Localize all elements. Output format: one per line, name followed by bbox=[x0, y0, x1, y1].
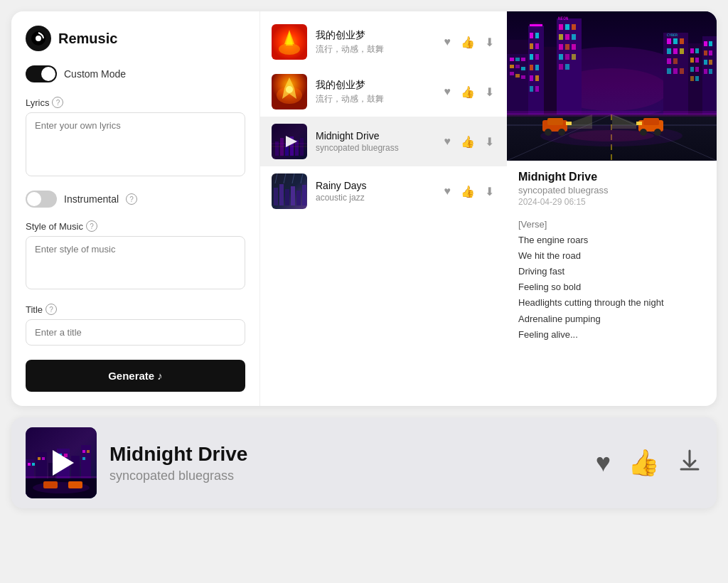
download-icon-3[interactable]: ⬇ bbox=[483, 134, 496, 150]
player-thumbnail[interactable] bbox=[26, 427, 97, 498]
player-download-button[interactable] bbox=[677, 448, 702, 478]
svg-rect-43 bbox=[515, 74, 520, 77]
song-item-4[interactable]: Rainy Days acoustic jazz ♥ 👍 ⬇ bbox=[260, 166, 507, 216]
thumbup-icon-2[interactable]: 👍 bbox=[459, 84, 476, 100]
bottom-player: Midnight Drive syncopated bluegrass ♥ 👍 bbox=[11, 417, 717, 508]
style-input[interactable] bbox=[26, 236, 245, 289]
svg-rect-91 bbox=[690, 58, 694, 63]
instrumental-row: Instrumental ? bbox=[26, 191, 245, 208]
svg-rect-79 bbox=[680, 38, 684, 44]
player-thumbup-button[interactable]: 👍 bbox=[628, 448, 660, 478]
like-icon-3[interactable]: ♥ bbox=[443, 134, 453, 149]
svg-rect-70 bbox=[572, 44, 576, 50]
app-name: Remusic bbox=[58, 31, 117, 47]
style-help-icon[interactable]: ? bbox=[86, 220, 97, 232]
svg-rect-86 bbox=[673, 68, 678, 74]
custom-mode-toggle[interactable] bbox=[26, 65, 57, 82]
svg-rect-101 bbox=[709, 50, 712, 55]
song-subtitle-4: acoustic jazz bbox=[316, 193, 434, 203]
thumbup-icon-4[interactable]: 👍 bbox=[459, 183, 476, 200]
svg-rect-78 bbox=[673, 38, 678, 44]
svg-rect-95 bbox=[690, 76, 694, 81]
svg-rect-52 bbox=[530, 65, 533, 70]
svg-rect-119 bbox=[643, 118, 659, 125]
svg-rect-21 bbox=[274, 188, 278, 205]
svg-text:CYBER: CYBER bbox=[667, 33, 678, 37]
lyrics-input[interactable] bbox=[26, 112, 245, 176]
song-item-2[interactable]: 我的创业梦 流行，动感，鼓舞 ♥ 👍 ⬇ bbox=[260, 67, 507, 117]
svg-rect-66 bbox=[565, 34, 569, 40]
player-play-button[interactable] bbox=[53, 450, 74, 476]
song-subtitle-3: syncopated bluegrass bbox=[316, 143, 434, 153]
svg-rect-104 bbox=[704, 69, 707, 74]
title-help-icon[interactable]: ? bbox=[46, 304, 57, 315]
song-item-3[interactable]: Midnight Drive syncopated bluegrass ♥ 👍 … bbox=[260, 117, 507, 166]
svg-rect-41 bbox=[521, 67, 525, 70]
instrumental-help-icon[interactable]: ? bbox=[126, 193, 137, 205]
svg-point-8 bbox=[286, 86, 293, 93]
player-actions: ♥ 👍 bbox=[596, 448, 702, 478]
detail-lyrics: [Verse] The engine roars We hit the road… bbox=[518, 217, 705, 343]
svg-rect-99 bbox=[709, 41, 712, 46]
svg-rect-122 bbox=[636, 122, 642, 125]
download-icon-2[interactable]: ⬇ bbox=[483, 84, 496, 100]
generate-button[interactable]: Generate ♪ bbox=[26, 360, 245, 392]
detail-image: NEON CYBER bbox=[507, 11, 717, 161]
svg-rect-96 bbox=[695, 76, 699, 81]
thumbup-icon-1[interactable]: 👍 bbox=[459, 34, 476, 50]
svg-rect-145 bbox=[82, 450, 85, 453]
svg-point-120 bbox=[640, 129, 647, 136]
svg-point-115 bbox=[545, 129, 552, 136]
svg-rect-25 bbox=[296, 191, 301, 205]
svg-rect-105 bbox=[709, 69, 712, 74]
svg-rect-82 bbox=[680, 48, 684, 54]
svg-rect-22 bbox=[279, 184, 284, 205]
svg-rect-23 bbox=[285, 189, 289, 205]
svg-rect-63 bbox=[565, 24, 569, 30]
svg-rect-146 bbox=[87, 450, 90, 453]
song-list: 我的创业梦 流行，动感，鼓舞 ♥ 👍 ⬇ bbox=[260, 11, 507, 406]
custom-mode-row: Custom Mode bbox=[26, 65, 245, 82]
svg-rect-85 bbox=[667, 68, 671, 74]
svg-text:NEON: NEON bbox=[558, 16, 569, 21]
svg-rect-47 bbox=[535, 33, 539, 38]
svg-rect-62 bbox=[559, 24, 563, 30]
instrumental-toggle[interactable] bbox=[26, 191, 57, 208]
song-thumb-4 bbox=[272, 173, 307, 209]
detail-title: Midnight Drive bbox=[518, 171, 705, 183]
player-info: Midnight Drive syncopated bluegrass bbox=[109, 442, 583, 484]
song-thumb-2 bbox=[272, 74, 307, 109]
title-input[interactable] bbox=[26, 319, 245, 346]
left-panel: Remusic Custom Mode Lyrics ? Instrumenta… bbox=[11, 11, 260, 406]
svg-rect-51 bbox=[535, 54, 539, 60]
thumbup-icon-3[interactable]: 👍 bbox=[459, 134, 476, 150]
like-icon-1[interactable]: ♥ bbox=[443, 34, 453, 50]
like-icon-2[interactable]: ♥ bbox=[443, 84, 453, 100]
svg-rect-98 bbox=[704, 41, 707, 46]
download-icon-1[interactable]: ⬇ bbox=[483, 34, 496, 50]
svg-rect-72 bbox=[565, 54, 569, 60]
like-icon-4[interactable]: ♥ bbox=[443, 183, 453, 199]
svg-rect-40 bbox=[515, 65, 520, 68]
custom-mode-label: Custom Mode bbox=[64, 68, 126, 80]
svg-rect-65 bbox=[559, 34, 563, 40]
player-title: Midnight Drive bbox=[109, 442, 583, 466]
download-icon-4[interactable]: ⬇ bbox=[483, 183, 496, 200]
svg-rect-68 bbox=[559, 44, 563, 50]
detail-date: 2024-04-29 06:15 bbox=[518, 197, 705, 207]
svg-rect-50 bbox=[530, 54, 533, 60]
svg-point-116 bbox=[558, 129, 565, 136]
player-like-button[interactable]: ♥ bbox=[596, 448, 611, 478]
svg-rect-42 bbox=[510, 72, 514, 75]
svg-rect-36 bbox=[510, 58, 514, 61]
svg-rect-147 bbox=[82, 457, 85, 460]
song-subtitle-2: 流行，动感，鼓舞 bbox=[316, 93, 434, 105]
svg-rect-140 bbox=[42, 457, 45, 460]
svg-rect-148 bbox=[43, 481, 58, 488]
song-item-1[interactable]: 我的创业梦 流行，动感，鼓舞 ♥ 👍 ⬇ bbox=[260, 17, 507, 67]
song-actions-4: ♥ 👍 ⬇ bbox=[443, 183, 496, 200]
song-info-4: Rainy Days acoustic jazz bbox=[316, 180, 434, 203]
svg-rect-83 bbox=[667, 58, 671, 64]
lyrics-help-icon[interactable]: ? bbox=[52, 97, 63, 108]
svg-rect-81 bbox=[673, 48, 678, 54]
